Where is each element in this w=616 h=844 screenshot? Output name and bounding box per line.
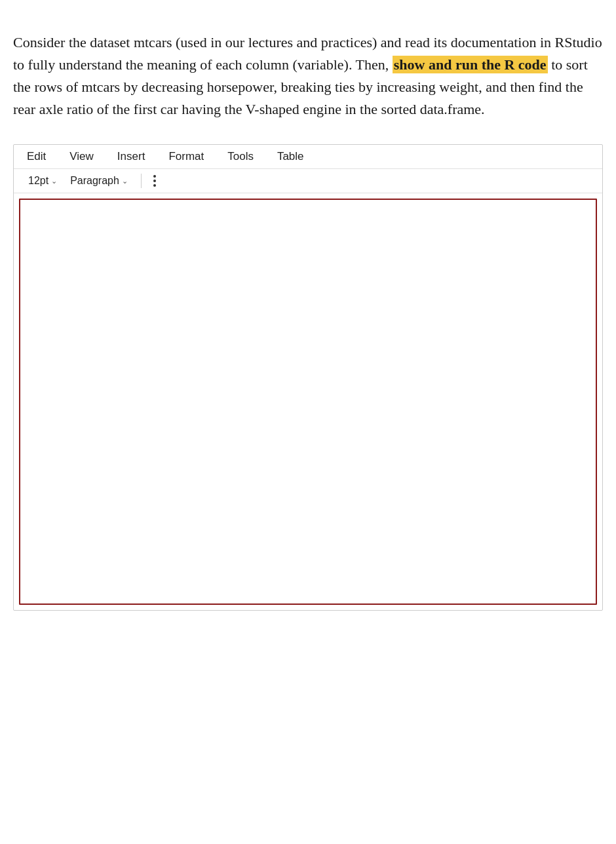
highlight-phrase: show and run the R code <box>393 56 548 73</box>
font-size-value: 12pt <box>28 175 48 187</box>
editor-menubar: Edit View Insert Format Tools Table <box>14 145 602 169</box>
three-dots-icon <box>153 175 156 187</box>
page-container: Consider the dataset mtcars (used in our… <box>0 0 616 637</box>
menu-tools[interactable]: Tools <box>225 149 256 164</box>
paragraph-value: Paragraph <box>70 175 119 187</box>
font-size-chevron-icon: ⌄ <box>51 177 57 185</box>
editor-toolbar: 12pt ⌄ Paragraph ⌄ <box>14 169 602 193</box>
menu-view[interactable]: View <box>67 149 96 164</box>
editor-content[interactable] <box>19 199 597 605</box>
menu-edit[interactable]: Edit <box>24 149 48 164</box>
paragraph-chevron-icon: ⌄ <box>122 177 128 185</box>
menu-insert[interactable]: Insert <box>115 149 148 164</box>
menu-format[interactable]: Format <box>166 149 206 164</box>
paragraph-dropdown[interactable]: Paragraph ⌄ <box>66 174 132 188</box>
toolbar-divider <box>141 174 142 188</box>
question-text: Consider the dataset mtcars (used in our… <box>13 31 603 121</box>
editor-area: Edit View Insert Format Tools Table 12pt… <box>13 144 603 611</box>
menu-table[interactable]: Table <box>275 149 307 164</box>
font-size-dropdown[interactable]: 12pt ⌄ <box>24 174 61 188</box>
more-options-button[interactable] <box>151 173 159 189</box>
